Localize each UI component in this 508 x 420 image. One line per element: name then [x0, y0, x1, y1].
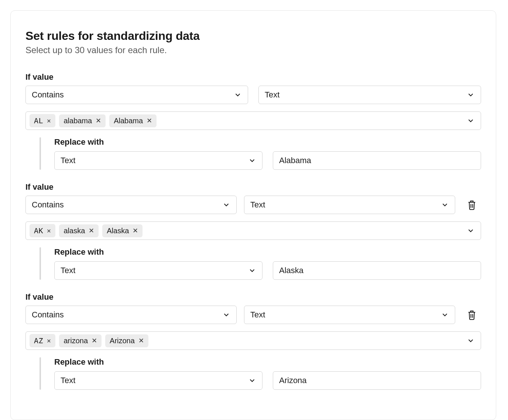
rules-card: Set rules for standardizing data Select … [10, 10, 496, 420]
tag-label: AL [34, 116, 43, 125]
replace-type-select[interactable]: Text [54, 371, 262, 390]
select-value: Text [265, 90, 279, 100]
value-tag: Arizona ✕ [105, 334, 148, 347]
remove-tag-icon[interactable]: ✕ [89, 227, 94, 234]
chevron-down-icon [222, 311, 230, 319]
value-tag: Alaska ✕ [102, 224, 143, 237]
tag-label: Alabama [114, 117, 143, 125]
value-tag: alabama ✕ [59, 114, 106, 127]
condition-type-select[interactable]: Text [244, 306, 455, 324]
rule-block: If value Contains Text [25, 182, 481, 280]
replace-with-label: Replace with [54, 357, 481, 367]
tag-label: alabama [64, 117, 92, 125]
remove-tag-icon[interactable]: ✕ [96, 117, 101, 124]
condition-operator-select[interactable]: Contains [25, 306, 237, 324]
chevron-down-icon [248, 376, 256, 385]
trash-icon [467, 199, 477, 210]
remove-tag-icon[interactable]: ✕ [47, 337, 51, 344]
tag-label: Arizona [110, 337, 135, 345]
chevron-down-icon [441, 201, 449, 209]
remove-tag-icon[interactable]: ✕ [47, 227, 51, 234]
if-value-label: If value [25, 72, 481, 82]
rule-block: If value Contains Text [25, 292, 481, 390]
tag-label: Alaska [107, 227, 129, 235]
chevron-down-icon[interactable] [467, 337, 475, 345]
tag-label: AK [34, 226, 43, 235]
value-tag-input[interactable]: AK ✕ alaska ✕ Alaska ✕ [25, 221, 481, 240]
indent-bar [40, 247, 41, 280]
replace-value-input[interactable] [273, 151, 481, 170]
rule-block: If value Contains Text AL ✕ [25, 72, 481, 170]
if-value-label: If value [25, 292, 481, 302]
select-value: Text [250, 310, 265, 320]
chevron-down-icon [467, 91, 475, 99]
select-value: Text [250, 200, 265, 210]
select-value: Text [61, 156, 75, 165]
chevron-down-icon [248, 156, 256, 165]
tag-label: alaska [64, 227, 85, 235]
trash-icon [467, 309, 477, 320]
replace-type-select[interactable]: Text [54, 151, 262, 170]
value-tag-input[interactable]: AL ✕ alabama ✕ Alabama ✕ [25, 111, 481, 130]
tag-label: arizona [64, 337, 88, 345]
chevron-down-icon [248, 266, 256, 275]
remove-tag-icon[interactable]: ✕ [47, 117, 51, 124]
page-subtitle: Select up to 30 values for each rule. [25, 45, 481, 55]
select-value: Contains [32, 90, 64, 100]
page-title: Set rules for standardizing data [25, 29, 481, 43]
delete-rule-button[interactable] [463, 306, 481, 324]
chevron-down-icon [234, 91, 242, 99]
indent-bar [40, 357, 41, 390]
chevron-down-icon[interactable] [467, 227, 475, 235]
select-value: Contains [32, 310, 64, 320]
replace-value-input[interactable] [273, 371, 481, 390]
condition-operator-select[interactable]: Contains [25, 86, 248, 104]
chevron-down-icon [222, 201, 230, 209]
condition-operator-select[interactable]: Contains [25, 196, 237, 214]
remove-tag-icon[interactable]: ✕ [133, 227, 138, 234]
select-value: Text [61, 376, 75, 385]
value-tag: AK ✕ [30, 224, 55, 237]
replace-with-label: Replace with [54, 247, 481, 257]
chevron-down-icon [441, 311, 449, 319]
if-value-label: If value [25, 182, 481, 192]
select-value: Contains [32, 200, 64, 210]
replace-type-select[interactable]: Text [54, 261, 262, 280]
value-tag-input[interactable]: AZ ✕ arizona ✕ Arizona ✕ [25, 331, 481, 350]
value-tag: Alabama ✕ [109, 114, 157, 127]
delete-rule-button[interactable] [463, 196, 481, 214]
replace-value-input[interactable] [273, 261, 481, 280]
value-tag: AZ ✕ [30, 334, 55, 347]
value-tag: alaska ✕ [59, 224, 99, 237]
value-tag: AL ✕ [30, 114, 55, 127]
chevron-down-icon[interactable] [467, 117, 475, 125]
tag-label: AZ [34, 336, 43, 345]
remove-tag-icon[interactable]: ✕ [147, 117, 152, 124]
value-tag: arizona ✕ [59, 334, 102, 347]
replace-with-label: Replace with [54, 137, 481, 147]
remove-tag-icon[interactable]: ✕ [138, 337, 144, 344]
condition-type-select[interactable]: Text [258, 86, 481, 104]
indent-bar [40, 137, 41, 170]
remove-tag-icon[interactable]: ✕ [92, 337, 97, 344]
select-value: Text [61, 266, 75, 275]
condition-type-select[interactable]: Text [244, 196, 455, 214]
